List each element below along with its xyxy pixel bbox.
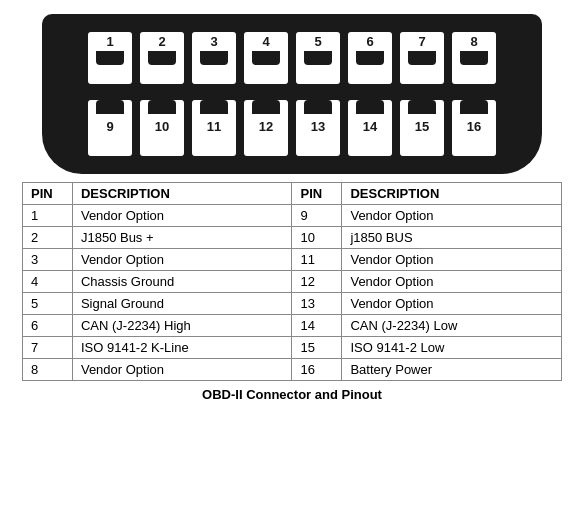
pin-slot-15: 15 [400,100,444,156]
pin-slot-7: 7 [400,32,444,84]
pin1-4: 5 [23,293,73,315]
pin-slot-12: 12 [244,100,288,156]
desc2-6: ISO 9141-2 Low [342,337,562,359]
pin-slot-9: 9 [88,100,132,156]
pin-slot-1: 1 [88,32,132,84]
pin1-3: 4 [23,271,73,293]
pin2-7: 16 [292,359,342,381]
pin1-2: 3 [23,249,73,271]
table-row: 4 Chassis Ground 12 Vendor Option [23,271,562,293]
pin-slot-6: 6 [348,32,392,84]
pin-slot-13: 13 [296,100,340,156]
pin-slot-2: 2 [140,32,184,84]
top-pin-row: 1 2 3 4 5 6 7 [88,32,496,84]
desc2-7: Battery Power [342,359,562,381]
pin1-0: 1 [23,205,73,227]
table-row: 6 CAN (J-2234) High 14 CAN (J-2234) Low [23,315,562,337]
caption: OBD-II Connector and Pinout [202,387,382,402]
pin1-1: 2 [23,227,73,249]
pin-slot-4: 4 [244,32,288,84]
pin2-5: 14 [292,315,342,337]
header-desc1: DESCRIPTION [72,183,292,205]
desc1-7: Vendor Option [72,359,292,381]
pin2-2: 11 [292,249,342,271]
pinout-table: PIN DESCRIPTION PIN DESCRIPTION 1 Vendor… [22,182,562,381]
desc2-1: j1850 BUS [342,227,562,249]
pin-slot-3: 3 [192,32,236,84]
table-row: 5 Signal Ground 13 Vendor Option [23,293,562,315]
pin1-6: 7 [23,337,73,359]
table-row: 1 Vendor Option 9 Vendor Option [23,205,562,227]
header-desc2: DESCRIPTION [342,183,562,205]
bottom-pin-row: 9 10 11 12 13 14 [88,100,496,156]
table-row: 7 ISO 9141-2 K-Line 15 ISO 9141-2 Low [23,337,562,359]
desc2-2: Vendor Option [342,249,562,271]
table-row: 8 Vendor Option 16 Battery Power [23,359,562,381]
pin2-4: 13 [292,293,342,315]
pin2-6: 15 [292,337,342,359]
obd-connector: 1 2 3 4 5 6 7 [42,14,542,174]
pin1-7: 8 [23,359,73,381]
table-row: 2 J1850 Bus + 10 j1850 BUS [23,227,562,249]
desc1-1: J1850 Bus + [72,227,292,249]
pin-slot-5: 5 [296,32,340,84]
desc1-3: Chassis Ground [72,271,292,293]
desc1-4: Signal Ground [72,293,292,315]
header-pin1: PIN [23,183,73,205]
desc2-0: Vendor Option [342,205,562,227]
desc2-4: Vendor Option [342,293,562,315]
pin-slot-8: 8 [452,32,496,84]
table-header-row: PIN DESCRIPTION PIN DESCRIPTION [23,183,562,205]
pin2-0: 9 [292,205,342,227]
pin-slot-14: 14 [348,100,392,156]
desc1-5: CAN (J-2234) High [72,315,292,337]
pin2-3: 12 [292,271,342,293]
header-pin2: PIN [292,183,342,205]
pin-slot-11: 11 [192,100,236,156]
pin-slot-10: 10 [140,100,184,156]
desc1-0: Vendor Option [72,205,292,227]
connector-diagram: 1 2 3 4 5 6 7 [32,14,552,174]
desc2-5: CAN (J-2234) Low [342,315,562,337]
desc2-3: Vendor Option [342,271,562,293]
pin-slot-16: 16 [452,100,496,156]
desc1-6: ISO 9141-2 K-Line [72,337,292,359]
desc1-2: Vendor Option [72,249,292,271]
pin2-1: 10 [292,227,342,249]
pin1-5: 6 [23,315,73,337]
table-row: 3 Vendor Option 11 Vendor Option [23,249,562,271]
